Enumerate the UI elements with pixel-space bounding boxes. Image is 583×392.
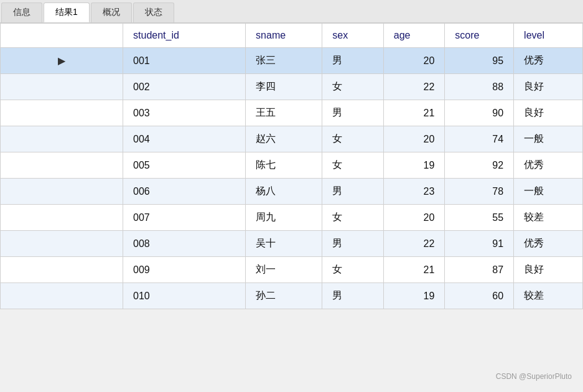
table-row[interactable]: 004赵六女2074一般	[1, 126, 583, 152]
cell-age: 22	[383, 74, 445, 100]
col-header-indicator	[1, 24, 123, 48]
cell-sex: 男	[322, 100, 384, 126]
cell-level: 良好	[514, 257, 583, 283]
cell-sname: 吴十	[246, 231, 322, 257]
result-table: student_id sname sex age score level ▶00…	[0, 23, 583, 309]
cell-sex: 女	[322, 257, 384, 283]
tab-info[interactable]: 信息	[1, 2, 42, 22]
col-header-age: age	[383, 24, 445, 48]
cell-student-id: 008	[123, 231, 246, 257]
cell-age: 19	[383, 283, 445, 309]
cell-sname: 周九	[246, 205, 322, 231]
cell-score: 91	[445, 231, 514, 257]
cell-sname: 陈七	[246, 152, 322, 179]
cell-age: 21	[383, 100, 445, 126]
cell-sex: 男	[322, 48, 384, 74]
cell-age: 22	[383, 231, 445, 257]
row-indicator	[1, 100, 123, 126]
col-header-sex: sex	[322, 24, 384, 48]
col-header-sname: sname	[246, 24, 322, 48]
row-indicator	[1, 283, 123, 309]
cell-score: 90	[445, 100, 514, 126]
row-indicator	[1, 257, 123, 283]
cell-sname: 杨八	[246, 179, 322, 205]
cell-student-id: 009	[123, 257, 246, 283]
row-indicator	[1, 179, 123, 205]
table-row[interactable]: 003王五男2190良好	[1, 100, 583, 126]
cell-sname: 刘一	[246, 257, 322, 283]
cell-student-id: 006	[123, 179, 246, 205]
cell-score: 78	[445, 179, 514, 205]
table-container: student_id sname sex age score level ▶00…	[0, 23, 583, 309]
cell-age: 23	[383, 179, 445, 205]
row-indicator	[1, 126, 123, 152]
cell-student-id: 001	[123, 48, 246, 74]
cell-student-id: 002	[123, 74, 246, 100]
tab-result1[interactable]: 结果1	[44, 2, 90, 22]
tab-status[interactable]: 状态	[133, 2, 174, 22]
cell-student-id: 010	[123, 283, 246, 309]
cell-sex: 女	[322, 152, 384, 179]
table-row[interactable]: 006杨八男2378一般	[1, 179, 583, 205]
cell-score: 92	[445, 152, 514, 179]
table-row[interactable]: 005陈七女1992优秀	[1, 152, 583, 179]
cell-level: 较差	[514, 283, 583, 309]
cell-level: 较差	[514, 205, 583, 231]
table-row[interactable]: ▶001张三男2095优秀	[1, 48, 583, 74]
cell-sname: 李四	[246, 74, 322, 100]
cell-level: 优秀	[514, 152, 583, 179]
cell-student-id: 005	[123, 152, 246, 179]
cell-sex: 男	[322, 283, 384, 309]
cell-level: 良好	[514, 100, 583, 126]
table-row[interactable]: 007周九女2055较差	[1, 205, 583, 231]
row-indicator	[1, 205, 123, 231]
row-indicator: ▶	[1, 48, 123, 74]
cell-sex: 男	[322, 179, 384, 205]
table-row[interactable]: 009刘一女2187良好	[1, 257, 583, 283]
cell-sname: 王五	[246, 100, 322, 126]
cell-age: 20	[383, 126, 445, 152]
col-header-level: level	[514, 24, 583, 48]
cell-score: 74	[445, 126, 514, 152]
cell-sex: 男	[322, 231, 384, 257]
cell-age: 19	[383, 152, 445, 179]
table-row[interactable]: 002李四女2288良好	[1, 74, 583, 100]
cell-level: 优秀	[514, 48, 583, 74]
cell-score: 87	[445, 257, 514, 283]
cell-sex: 女	[322, 126, 384, 152]
tab-overview[interactable]: 概况	[91, 2, 132, 22]
cell-score: 60	[445, 283, 514, 309]
table-row[interactable]: 010孙二男1960较差	[1, 283, 583, 309]
cell-level: 一般	[514, 126, 583, 152]
cell-score: 88	[445, 74, 514, 100]
cell-sex: 女	[322, 205, 384, 231]
cell-sex: 女	[322, 74, 384, 100]
tab-bar: 信息结果1概况状态	[0, 0, 583, 23]
row-indicator	[1, 231, 123, 257]
row-indicator	[1, 152, 123, 179]
cell-student-id: 003	[123, 100, 246, 126]
table-row[interactable]: 008吴十男2291优秀	[1, 231, 583, 257]
cell-score: 95	[445, 48, 514, 74]
cell-student-id: 007	[123, 205, 246, 231]
cell-sname: 孙二	[246, 283, 322, 309]
row-indicator	[1, 74, 123, 100]
cell-level: 优秀	[514, 231, 583, 257]
cell-age: 20	[383, 48, 445, 74]
col-header-student-id: student_id	[123, 24, 246, 48]
col-header-score: score	[445, 24, 514, 48]
cell-age: 21	[383, 257, 445, 283]
app-container: 信息结果1概况状态 student_id sname sex age score…	[0, 0, 583, 392]
cell-level: 良好	[514, 74, 583, 100]
watermark: CSDN @SuperiorPluto	[496, 372, 572, 381]
cell-age: 20	[383, 205, 445, 231]
cell-score: 55	[445, 205, 514, 231]
cell-sname: 赵六	[246, 126, 322, 152]
cell-student-id: 004	[123, 126, 246, 152]
cell-sname: 张三	[246, 48, 322, 74]
cell-level: 一般	[514, 179, 583, 205]
